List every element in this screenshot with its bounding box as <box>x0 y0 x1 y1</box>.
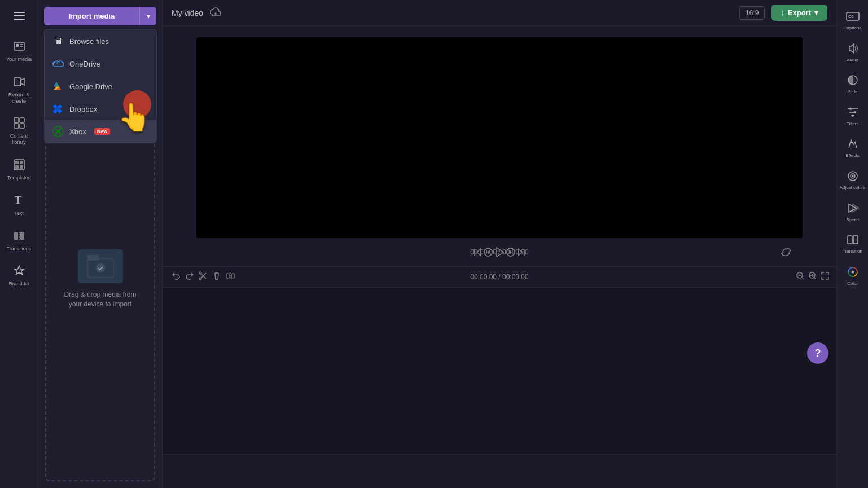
right-sidebar-item-captions[interactable]: CC Captions <box>839 5 867 36</box>
loop-button[interactable] <box>781 247 791 257</box>
timeline-area <box>163 288 836 489</box>
time-display: 00:00.00 / 00:00.00 <box>470 248 528 256</box>
sidebar-item-label: Your media <box>6 56 32 63</box>
svg-text:CC: CC <box>848 15 854 19</box>
delete-button[interactable] <box>210 269 223 285</box>
dropbox-option[interactable]: Dropbox <box>45 98 156 120</box>
effects-label: Effects <box>845 153 859 159</box>
adjust-colors-label: Adjust colors <box>840 185 866 191</box>
audio-icon <box>845 41 860 56</box>
export-button[interactable]: ↑ Export ▾ <box>771 5 827 21</box>
svg-rect-11 <box>20 161 23 164</box>
import-media-button[interactable]: Import media <box>44 7 139 25</box>
help-button[interactable]: ? <box>807 342 828 364</box>
top-bar: My video 16:9 ↑ Export ▾ <box>163 0 836 26</box>
right-sidebar-item-speed[interactable]: Speed <box>839 196 867 227</box>
svg-point-44 <box>850 142 852 143</box>
sidebar-item-label: Record & create <box>5 92 34 104</box>
import-media-dropdown-arrow[interactable]: ▾ <box>139 7 156 25</box>
zoom-controls <box>796 271 830 283</box>
cut-button[interactable] <box>196 269 210 285</box>
speed-label: Speed <box>846 217 859 223</box>
svg-line-33 <box>802 278 804 279</box>
xbox-icon <box>52 126 64 137</box>
right-sidebar-item-transition[interactable]: Transition <box>839 228 867 259</box>
sidebar-item-templates[interactable]: Templates <box>2 152 36 186</box>
redo-button[interactable] <box>183 269 196 285</box>
fit-view-button[interactable] <box>821 271 830 283</box>
left-sidebar: Your media Record & create Content libra… <box>0 0 38 488</box>
filters-icon <box>845 105 860 120</box>
color-icon <box>845 265 860 279</box>
right-sidebar: CC Captions Audio Fade <box>836 0 868 488</box>
monitor-icon: 🖥 <box>52 36 64 47</box>
svg-rect-4 <box>14 78 21 86</box>
svg-point-47 <box>852 175 853 177</box>
sidebar-item-text[interactable]: T Text <box>2 188 36 221</box>
export-icon: ↑ <box>781 8 784 17</box>
drag-drop-icon <box>78 249 123 283</box>
transition-label: Transition <box>843 249 862 254</box>
right-sidebar-item-color[interactable]: Color <box>839 260 867 291</box>
zoom-out-button[interactable] <box>796 271 805 283</box>
sidebar-item-brand-kit[interactable]: Brand kit <box>2 258 36 292</box>
your-media-icon <box>11 38 27 54</box>
main-area: My video 16:9 ↑ Export ▾ <box>163 0 836 488</box>
media-panel: Import media ▾ 🖥 Browse files OneDrive <box>38 0 163 488</box>
content-library-icon <box>11 115 27 131</box>
svg-rect-29 <box>231 274 234 278</box>
svg-rect-51 <box>853 236 858 244</box>
svg-rect-7 <box>14 124 19 128</box>
sidebar-item-label: Text <box>14 210 24 217</box>
sidebar-item-label: Templates <box>7 175 30 181</box>
onedrive-icon <box>52 58 64 69</box>
svg-rect-13 <box>20 165 23 169</box>
browse-files-label: Browse files <box>69 37 109 46</box>
record-create-icon <box>11 74 27 90</box>
project-title: My video <box>172 8 203 17</box>
brand-kit-icon <box>11 263 27 279</box>
svg-rect-8 <box>20 124 24 128</box>
captions-icon: CC <box>845 9 860 24</box>
speed-icon <box>845 201 860 216</box>
dropbox-label: Dropbox <box>69 105 97 113</box>
undo-button[interactable] <box>169 269 183 285</box>
right-sidebar-item-filters[interactable]: Filters <box>839 100 867 131</box>
playback-controls: 00:00.00 / 00:00.00 <box>163 238 836 266</box>
svg-rect-5 <box>14 118 19 122</box>
zoom-in-button[interactable] <box>808 271 817 283</box>
xbox-new-badge: New <box>94 128 111 135</box>
drag-drop-text: Drag & drop media from your device to im… <box>58 290 143 309</box>
google-drive-option[interactable]: Google Drive <box>45 75 156 98</box>
sidebar-item-your-media[interactable]: Your media <box>2 34 36 67</box>
browse-files-option[interactable]: 🖥 Browse files <box>45 30 156 52</box>
hamburger-menu[interactable] <box>2 5 36 27</box>
onedrive-option[interactable]: OneDrive <box>45 52 156 75</box>
right-sidebar-item-fade[interactable]: Fade <box>839 68 867 99</box>
sidebar-item-content-library[interactable]: Content library <box>2 111 36 150</box>
audio-label: Audio <box>847 58 858 63</box>
hamburger-line <box>14 12 25 13</box>
sidebar-item-record-create[interactable]: Record & create <box>2 69 36 109</box>
right-sidebar-item-effects[interactable]: Effects <box>839 132 867 163</box>
import-dropdown-menu: 🖥 Browse files OneDrive <box>44 29 157 143</box>
import-button-row: Import media ▾ <box>38 0 162 32</box>
chevron-down-icon: ▾ <box>147 12 150 20</box>
svg-rect-6 <box>20 118 24 122</box>
text-icon: T <box>11 192 27 208</box>
timeline-bottom-bar <box>163 454 836 488</box>
filters-label: Filters <box>847 121 859 127</box>
right-sidebar-item-audio[interactable]: Audio <box>839 37 867 68</box>
save-cloud-icon[interactable] <box>210 7 221 19</box>
svg-rect-50 <box>848 236 852 244</box>
split-button[interactable] <box>223 269 237 285</box>
svg-rect-12 <box>15 165 19 169</box>
aspect-ratio-selector[interactable]: 16:9 <box>739 6 765 20</box>
svg-line-37 <box>814 278 816 279</box>
right-sidebar-item-adjust-colors[interactable]: Adjust colors <box>839 164 867 195</box>
xbox-option[interactable]: Xbox New <box>45 120 156 143</box>
sidebar-item-transitions[interactable]: Transitions <box>2 223 36 257</box>
dropbox-icon <box>52 103 64 115</box>
video-preview <box>196 37 803 238</box>
google-drive-label: Google Drive <box>69 82 112 91</box>
